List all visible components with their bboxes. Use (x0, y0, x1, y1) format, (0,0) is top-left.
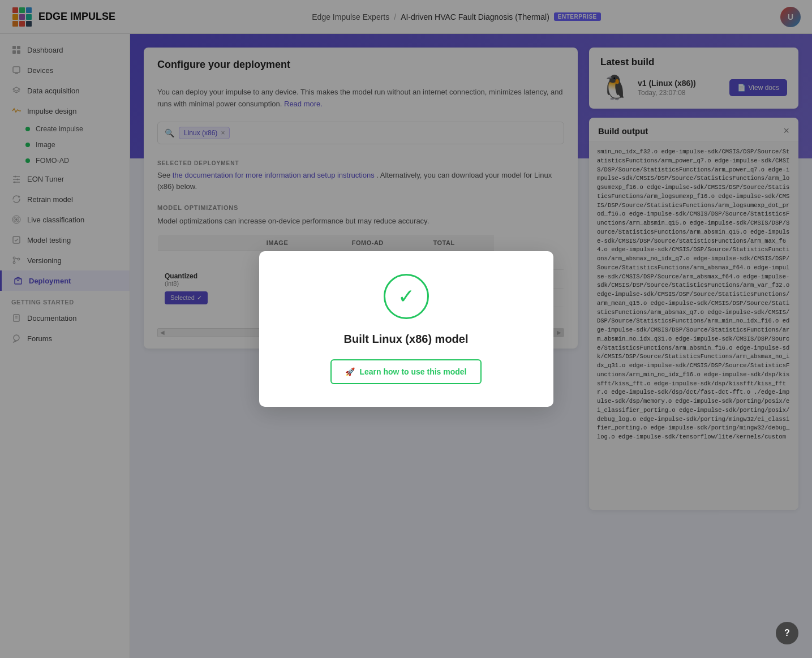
success-modal: ✓ Built Linux (x86) model 🚀 Learn how to… (259, 251, 553, 407)
learn-how-button[interactable]: 🚀 Learn how to use this model (330, 359, 481, 384)
modal-title: Built Linux (x86) model (343, 333, 468, 346)
help-button[interactable]: ? (776, 622, 798, 644)
learn-btn-label: Learn how to use this model (359, 367, 466, 376)
check-circle: ✓ (384, 274, 429, 319)
modal-overlay[interactable]: ✓ Built Linux (x86) model 🚀 Learn how to… (0, 0, 812, 658)
checkmark-icon: ✓ (398, 286, 415, 307)
rocket-icon: 🚀 (345, 367, 355, 376)
